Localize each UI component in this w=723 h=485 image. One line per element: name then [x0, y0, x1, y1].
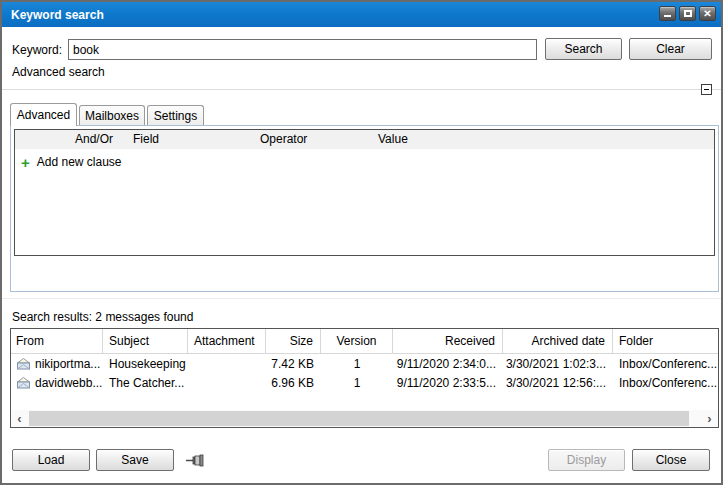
window-controls: ✕ — [659, 6, 716, 21]
cell-subject: Housekeeping — [103, 354, 188, 373]
cell-subject: The Catcher... — [103, 373, 188, 392]
open-envelope-icon — [16, 377, 31, 389]
tab-advanced[interactable]: Advanced — [10, 103, 77, 126]
cell-size: 7.42 KB — [266, 354, 321, 373]
col-header-from[interactable]: From — [11, 329, 103, 353]
col-header-attachment[interactable]: Attachment — [188, 329, 266, 353]
col-header-subject[interactable]: Subject — [103, 329, 188, 353]
col-header-archived-date[interactable]: Archived date — [503, 329, 613, 353]
cell-attachment — [188, 354, 266, 373]
save-button[interactable]: Save — [96, 449, 174, 471]
advanced-tab-panel: And/Or Field Operator Value + Add new cl… — [10, 125, 719, 292]
scroll-right-arrow-icon[interactable]: › — [701, 410, 718, 427]
results-separator — [2, 298, 721, 299]
result-row[interactable]: davidwebb... The Catcher... 6.96 KB 1 9/… — [11, 373, 718, 392]
cell-version: 1 — [321, 354, 393, 373]
pin-icon[interactable] — [186, 454, 204, 467]
clause-table-header: And/Or Field Operator Value — [15, 130, 714, 149]
results-summary: Search results: 2 messages found — [12, 310, 193, 324]
maximize-icon — [684, 10, 692, 17]
cell-received: 9/11/2020 2:34:0... — [393, 354, 503, 373]
display-button[interactable]: Display — [548, 449, 625, 471]
horizontal-scrollbar[interactable]: ‹ › — [11, 410, 718, 427]
close-dialog-button[interactable]: Close — [632, 449, 710, 471]
keyword-input[interactable] — [68, 39, 537, 60]
results-table: From Subject Attachment Size Version Rec… — [10, 328, 719, 428]
load-button[interactable]: Load — [12, 449, 90, 471]
titlebar[interactable]: Keyword search ✕ — [2, 2, 721, 27]
cell-attachment — [188, 373, 266, 392]
cell-from: davidwebb... — [35, 376, 102, 390]
cell-version: 1 — [321, 373, 393, 392]
result-row[interactable]: nikiportma... Housekeeping 7.42 KB 1 9/1… — [11, 354, 718, 373]
tab-mailboxes[interactable]: Mailboxes — [79, 105, 145, 126]
add-new-clause-button[interactable]: + Add new clause — [15, 152, 122, 172]
clause-header-operator: Operator — [260, 132, 307, 146]
col-header-folder[interactable]: Folder — [613, 329, 718, 353]
col-header-received[interactable]: Received — [393, 329, 503, 353]
section-separator — [2, 89, 721, 90]
cell-folder: Inbox/Conferenc... — [613, 354, 718, 373]
cell-archived-date: 3/30/2021 12:56:... — [503, 373, 613, 392]
search-button[interactable]: Search — [545, 38, 622, 60]
tab-settings[interactable]: Settings — [147, 105, 204, 126]
keyword-label: Keyword: — [12, 43, 62, 57]
col-header-version[interactable]: Version — [321, 329, 393, 353]
cell-size: 6.96 KB — [266, 373, 321, 392]
cell-folder: Inbox/Conferenc... — [613, 373, 718, 392]
col-header-size[interactable]: Size — [266, 329, 321, 353]
keyword-search-window: Keyword search ✕ Keyword: Search Clear A… — [0, 0, 723, 485]
minimize-icon — [664, 15, 671, 17]
cell-received: 9/11/2020 2:33:5... — [393, 373, 503, 392]
open-envelope-icon — [16, 358, 31, 370]
results-table-header: From Subject Attachment Size Version Rec… — [11, 329, 718, 354]
maximize-button[interactable] — [679, 6, 696, 21]
scroll-left-arrow-icon[interactable]: ‹ — [11, 410, 28, 427]
cell-archived-date: 3/30/2021 1:02:3... — [503, 354, 613, 373]
close-icon: ✕ — [703, 9, 711, 19]
advanced-search-label: Advanced search — [12, 65, 105, 79]
clear-button[interactable]: Clear — [629, 38, 712, 60]
clause-header-value: Value — [378, 132, 408, 146]
collapse-minus-icon — [704, 89, 709, 90]
add-new-clause-label: Add new clause — [37, 155, 122, 169]
close-button[interactable]: ✕ — [699, 6, 716, 21]
cell-from: nikiportma... — [35, 357, 100, 371]
clause-header-field: Field — [133, 132, 159, 146]
add-plus-icon: + — [21, 155, 30, 170]
clause-header-andor: And/Or — [15, 132, 113, 146]
scrollbar-thumb[interactable] — [29, 411, 689, 426]
minimize-button[interactable] — [659, 6, 676, 21]
collapse-toggle[interactable] — [701, 84, 712, 95]
clause-table: And/Or Field Operator Value + Add new cl… — [14, 129, 715, 256]
window-title: Keyword search — [2, 8, 104, 22]
